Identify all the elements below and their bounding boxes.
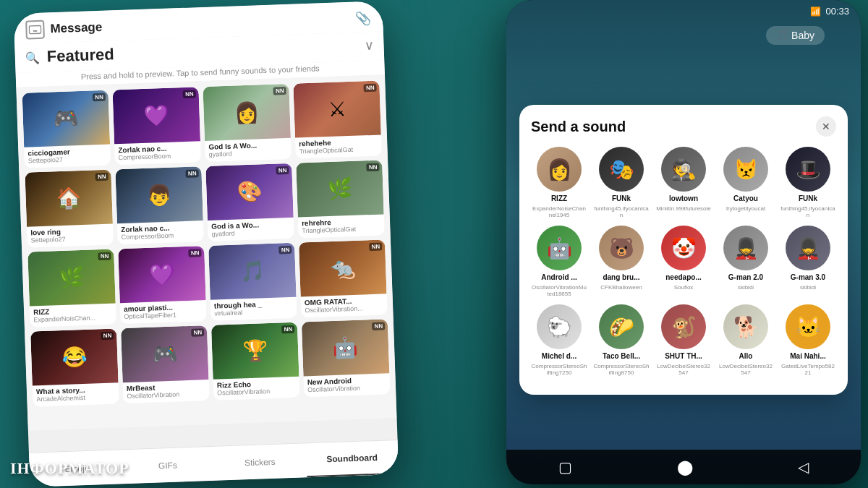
- sound-item[interactable]: 🎮 NN cicciogamer Settepolo27: [22, 90, 111, 168]
- user-item[interactable]: 🎩 FUNk funthing45.ifyocanIcan: [780, 147, 836, 218]
- avatar-icon: 🌮: [599, 304, 644, 349]
- nav-bar: ▢⬤◁: [506, 450, 861, 484]
- keyboard-icon: [25, 20, 45, 40]
- sound-item[interactable]: 💜 NN amour plasti... OpticalTapeFilter1: [118, 246, 207, 324]
- nav-back-button[interactable]: ⬤: [677, 458, 693, 476]
- sound-item[interactable]: 👩 NN God Is A Wo... gyatlord: [203, 84, 292, 162]
- user-name: SHUT TH...: [665, 352, 702, 360]
- user-avatar: 💂: [723, 226, 768, 270]
- avatar-icon: 🐑: [537, 304, 582, 349]
- sound-info: MrBeast OscillatorVibration: [123, 380, 210, 403]
- user-handle: CompressorStereoShifting8750: [593, 363, 650, 376]
- sound-thumb: 🎨 NN: [205, 163, 294, 221]
- sound-item[interactable]: 💜 NN Zorlak nao c... CompressorBoom: [112, 87, 201, 165]
- nn-badge: NN: [281, 325, 294, 334]
- user-avatar: 🐑: [537, 304, 582, 349]
- sound-thumb: 😂 NN: [30, 328, 119, 385]
- user-avatar: 🎩: [786, 147, 830, 192]
- user-item[interactable]: 👩 RIZZ ExpanderNoiseChannel1945: [531, 147, 587, 218]
- sound-item[interactable]: 🌿 NN RIZZ ExpanderNoisChan...: [27, 249, 116, 327]
- user-handle: skibidi: [800, 284, 816, 291]
- phone-right: 📶 00:33 🎵 Baby Send a sound ✕ 👩 RIZZ Exp…: [506, 0, 861, 484]
- user-avatar: 🤖: [537, 226, 582, 270]
- sound-info: God Is A Wo... gyatlord: [205, 138, 292, 162]
- signal-icon: 📶: [810, 7, 821, 17]
- tab-item[interactable]: Soundboard: [305, 440, 399, 477]
- user-item[interactable]: 🐑 Michel d... CompressorStereoShifting72…: [531, 304, 587, 376]
- sound-item[interactable]: 🏠 NN love ring Settepolo27: [25, 170, 114, 248]
- sound-item[interactable]: 🌿 NN rehrehre TriangleOpticalGat: [296, 160, 385, 238]
- sound-item[interactable]: 🎵 NN through hea _ virtualreal: [208, 243, 297, 321]
- user-name: Allo: [739, 352, 753, 360]
- user-item[interactable]: 💂 G-man 3.0 skibidi: [780, 226, 836, 297]
- nn-badge: NN: [95, 173, 109, 181]
- user-handle: Miniitin.998futuresole: [656, 205, 711, 212]
- user-item[interactable]: 🐒 SHUT TH... LowDecibelStereo32547: [655, 304, 712, 376]
- user-handle: LowDecibelStereo32547: [655, 363, 712, 376]
- sound-thumb: 💜 NN: [112, 87, 200, 144]
- user-item[interactable]: 🎭 FUNk funthing45.ifyocanIcan: [593, 147, 650, 218]
- user-item[interactable]: 🤡 needapo... Souflox: [655, 226, 712, 297]
- user-item[interactable]: 🐱 Mai Nahi... GatedLiveTempo58221: [780, 304, 836, 376]
- sound-item[interactable]: 🐀 NN OMG RATAT... OscillatorVibration...: [299, 239, 388, 317]
- nn-badge: NN: [186, 169, 199, 178]
- message-title: Message: [50, 12, 349, 36]
- user-item[interactable]: 🌮 Taco Bell... CompressorStereoShifting8…: [593, 304, 650, 376]
- user-name: Catyou: [733, 194, 758, 202]
- sound-item[interactable]: 🤖 NN New Android OscillatorVibration: [302, 319, 391, 397]
- status-bar-right: 📶 00:33: [506, 0, 861, 20]
- nav-home-button[interactable]: ▢: [558, 458, 572, 476]
- search-icon: 🔍: [25, 50, 41, 64]
- avatar-icon: 💂: [723, 226, 768, 270]
- baby-label: 🎵 Baby: [766, 26, 825, 45]
- sound-info: What a story... ArcadeAlchemist: [33, 382, 119, 406]
- sound-thumb: 🌿 NN: [296, 160, 384, 217]
- nn-badge: NN: [101, 332, 114, 341]
- sound-item[interactable]: 😂 NN What a story... ArcadeAlchemist: [30, 328, 119, 406]
- user-item[interactable]: 🐻 dang bru... CFKBhalloween: [593, 226, 650, 297]
- sound-thumb: 👩 NN: [203, 84, 291, 141]
- sound-info: Rizz Echo OscillatorVibration: [213, 377, 300, 401]
- sound-info: love ring Settepolo27: [27, 223, 114, 247]
- sound-thumb: 🏠 NN: [25, 170, 113, 227]
- sound-thumb: 💜 NN: [118, 246, 206, 303]
- send-sound-modal: Send a sound ✕ 👩 RIZZ ExpanderNoiseChann…: [519, 105, 848, 395]
- nn-badge: NN: [98, 252, 111, 261]
- sound-item[interactable]: ⚔ NN rehehehe TriangleOpticalGat: [293, 81, 382, 159]
- modal-close-button[interactable]: ✕: [816, 116, 836, 137]
- user-handle: OscillatorVibrationMuted18655: [531, 284, 587, 297]
- tab-item[interactable]: GIFs: [121, 447, 214, 484]
- user-avatar: 🤡: [661, 226, 706, 270]
- sound-item[interactable]: 👦 NN Zorlak nao c... CompressorBoom: [115, 166, 204, 244]
- soundboard-content[interactable]: 🎮 NN cicciogamer Settepolo27 💜 NN Zorlak…: [16, 74, 396, 431]
- tab-item[interactable]: Stickers: [213, 443, 307, 480]
- user-avatar: 🌮: [599, 304, 644, 349]
- sound-item[interactable]: 🎮 NN MrBeast OscillatorVibration: [121, 325, 210, 403]
- sound-item[interactable]: 🎨 NN God is a Wo... gyatlord: [205, 163, 294, 241]
- sound-info: cicciogamer Settepolo27: [24, 145, 111, 168]
- watermark: ІНФОРМАТОР: [10, 459, 129, 478]
- chevron-down-icon[interactable]: ∨: [364, 38, 374, 53]
- nn-badge: NN: [273, 87, 286, 95]
- avatar-icon: 🐱: [786, 304, 830, 349]
- user-handle: skibidi: [738, 284, 754, 291]
- sound-info: RIZZ ExpanderNoisChan...: [30, 303, 116, 327]
- nn-badge: NN: [364, 84, 377, 93]
- user-name: Taco Bell...: [603, 352, 640, 360]
- nav-recents-button[interactable]: ◁: [798, 458, 809, 476]
- user-item[interactable]: 💂 G-man 2.0 skibidi: [718, 226, 774, 297]
- user-item[interactable]: 🤖 Android ... OscillatorVibrationMuted18…: [531, 226, 587, 297]
- nn-badge: NN: [189, 249, 202, 257]
- user-name: Android ...: [541, 273, 576, 281]
- user-item[interactable]: 🕵 lowtown Miniitin.998futuresole: [655, 147, 712, 218]
- modal-header: Send a sound ✕: [531, 116, 836, 137]
- user-avatar: 💂: [786, 226, 830, 270]
- user-handle: trytogetityoucat: [726, 205, 765, 212]
- sound-thumb: 🤖 NN: [302, 319, 390, 376]
- sound-thumb: 🐀 NN: [299, 239, 387, 296]
- avatar-icon: 🐻: [599, 226, 644, 270]
- user-item[interactable]: 😾 Catyou trytogetityoucat: [718, 147, 774, 218]
- sound-item[interactable]: 🏆 NN Rizz Echo OscillatorVibration: [211, 322, 300, 401]
- user-item[interactable]: 🐕 Allo LowDecibelStereo32547: [718, 304, 774, 376]
- user-avatar: 👩: [537, 147, 582, 192]
